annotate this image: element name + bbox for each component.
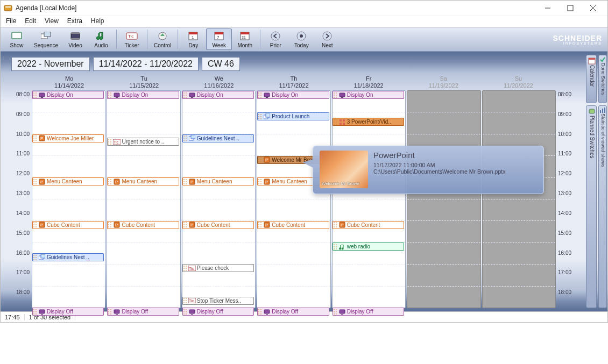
tool-today[interactable]: Today [288,29,314,49]
day-header: Sa11/19/2022 [406,75,481,90]
calendar-event[interactable]: Display On [107,91,179,99]
drag-handle-icon[interactable] [258,178,262,185]
calendar-event[interactable]: Display On [257,91,329,99]
calendar-event[interactable]: PMenu Canteen [32,177,104,185]
calendar-event[interactable]: web radio [333,242,404,251]
side-planned-switches[interactable]: Planned Switches [586,105,597,308]
day-column[interactable] [407,90,480,308]
calendar-event[interactable]: TicPlease check [182,264,254,272]
calendar-event[interactable]: PCube Content [32,221,104,229]
drag-handle-icon[interactable] [258,113,262,120]
calendar-event[interactable]: Display On [182,91,254,99]
drag-handle-icon[interactable] [183,308,187,315]
drag-handle-icon[interactable] [183,178,187,185]
calendar-event[interactable]: Display On [32,91,104,99]
drag-handle-icon[interactable] [108,222,112,229]
calendar-event[interactable]: 3 PowerPoint/Vid.. [333,118,404,126]
calendar-event[interactable]: Guidelines Next .. [182,134,254,142]
drag-handle-icon[interactable] [183,265,187,272]
calendar-event[interactable]: PWelcome Joe Miller [32,134,104,142]
svg-rect-68 [266,113,270,117]
tool-show[interactable]: Show [4,29,30,49]
drag-handle-icon[interactable] [258,222,262,229]
time-label: 17:00 [556,268,583,288]
month-chip[interactable]: 2022 - November [11,57,90,71]
tool-audio[interactable]: Audio [88,29,114,49]
range-chip[interactable]: 11/14/2022 - 11/20/2022 [93,57,199,71]
calendar-event[interactable]: PCube Content [107,221,179,229]
calendar-event[interactable]: PMenu Canteen [182,177,254,185]
drag-handle-icon[interactable] [183,91,187,98]
drag-handle-icon[interactable] [33,135,37,142]
tool-day[interactable]: 1Day [180,29,206,49]
drag-handle-icon[interactable] [258,156,262,163]
event-title: Display Off [122,309,178,315]
calendar-event[interactable]: PCube Content [333,221,404,229]
tool-video[interactable]: Video [62,29,88,49]
event-title: Menu Canteen [122,179,178,184]
calendar-event[interactable]: Display Off [107,308,179,316]
menu-help[interactable]: Help [91,17,104,25]
svg-rect-75 [264,310,270,313]
monitor-icon [263,308,271,316]
drag-handle-icon[interactable] [108,91,112,98]
event-title: Display Off [47,309,103,315]
drag-handle-icon[interactable] [333,118,337,125]
calendar-event[interactable]: Display Off [182,308,254,316]
calendar-event[interactable]: PCube Content [182,221,254,229]
drag-handle-icon[interactable] [183,297,187,304]
menu-view[interactable]: View [45,17,59,25]
tool-prior[interactable]: Prior [263,29,288,49]
day-column[interactable]: Display OnTicUrgent notice to ..PMenu Ca… [107,90,180,308]
calendar-event[interactable]: Display Off [32,308,104,316]
calendar-event[interactable]: PCube Content [257,221,329,229]
side-calendar[interactable]: Calendar [586,55,597,103]
menu-file[interactable]: File [6,17,16,25]
day-column[interactable]: Display OnGuidelines Next ..PMenu Cantee… [182,90,256,308]
drag-handle-icon[interactable] [33,91,37,98]
calendar-event[interactable]: Display On [333,91,404,99]
day-column[interactable]: Display OnPWelcome Joe MillerPMenu Cante… [32,90,105,308]
tool-ticker[interactable]: TicTicker [119,29,145,49]
drag-handle-icon[interactable] [333,222,337,229]
tool-next[interactable]: Next [314,29,340,49]
day-column[interactable]: Display On3 PowerPoint/Vid..PCube Conten… [332,90,406,308]
drag-handle-icon[interactable] [333,243,337,250]
close-button[interactable] [582,1,604,16]
drag-handle-icon[interactable] [108,178,112,185]
drag-handle-icon[interactable] [183,135,187,142]
drag-handle-icon[interactable] [333,91,337,98]
side-statistics[interactable]: Statistic of viewed shows [598,105,607,308]
tool-week[interactable]: 7Week [206,28,232,50]
drag-handle-icon[interactable] [33,222,37,229]
tool-control[interactable]: Control [150,29,175,49]
minimize-button[interactable] [536,1,559,16]
calendar-event[interactable]: TicStop Ticker Mess.. [182,297,254,305]
menu-edit[interactable]: Edit [25,17,36,25]
day-column[interactable] [482,90,556,308]
day-column[interactable]: Display OnProduct LaunchPWelcome Mr Brow… [257,90,330,308]
drag-handle-icon[interactable] [183,222,187,229]
calendar-event[interactable]: Display Off [257,308,329,316]
drag-handle-icon[interactable] [333,308,337,315]
drag-handle-icon[interactable] [258,91,262,98]
drag-handle-icon[interactable] [108,138,112,145]
calendar-event[interactable]: PMenu Canteen [107,177,179,185]
menu-extra[interactable]: Extra [67,17,82,25]
calendar-event[interactable]: TicUrgent notice to .. [107,138,179,146]
calendar-event[interactable]: Product Launch [257,112,329,120]
maximize-button[interactable] [559,1,582,16]
tick-icon: Tic [188,297,196,304]
tool-month[interactable]: 31Month [232,29,258,49]
drag-handle-icon[interactable] [33,178,37,185]
calendar-event[interactable]: Guidelines Next .. [32,253,104,261]
calendar-event[interactable]: Display Off [333,308,404,316]
tool-sequence[interactable]: Sequence [30,29,62,49]
drag-handle-icon[interactable] [258,308,262,315]
side-done-switches[interactable]: Done Switches [598,55,607,103]
drag-handle-icon[interactable] [33,308,37,315]
drag-handle-icon[interactable] [108,308,112,315]
drag-handle-icon[interactable] [33,254,37,261]
cw-chip[interactable]: CW 46 [202,57,240,71]
svg-rect-88 [589,58,595,60]
